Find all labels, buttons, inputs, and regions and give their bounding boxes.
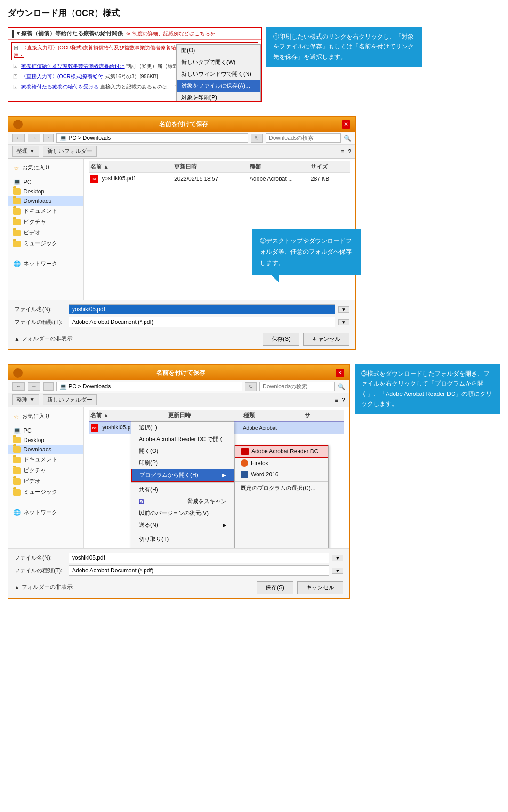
video-folder-icon-2: [13, 478, 21, 485]
dialog-close-btn-2[interactable]: ✕: [336, 369, 344, 377]
context-save-as[interactable]: 対象をファイルに保存(A)...: [177, 80, 260, 92]
link3[interactable]: 〈直接入力可〉(OCR様式)療養給付: [21, 73, 104, 79]
fcm-cut[interactable]: 切り取り(T): [131, 533, 234, 545]
context-print[interactable]: 対象を印刷(P): [177, 92, 260, 102]
search-icon-1: 🔍: [344, 135, 351, 142]
filetype-dropdown-2[interactable]: ▼: [332, 568, 343, 574]
filename-input-2[interactable]: [69, 553, 329, 563]
nav-refresh-btn-2[interactable]: ↻: [245, 382, 257, 391]
file-list-header-1: 名前 ▲ 更新日時 種類 サイズ: [89, 161, 350, 173]
submenu-word[interactable]: Word 2016: [235, 469, 328, 480]
sidebar-desktop[interactable]: Desktop: [8, 187, 83, 196]
sidebar-downloads[interactable]: Downloads: [8, 196, 83, 206]
filename-dropdown-2[interactable]: ▼: [332, 555, 343, 561]
pictures-folder-icon: [13, 219, 21, 225]
sidebar-network-2[interactable]: 🌐 ネットワーク: [8, 507, 83, 518]
spacer3: [8, 422, 83, 426]
sidebar-music[interactable]: ミュージック: [8, 238, 83, 249]
header-link[interactable]: ※ 制度の詳細、記載例などはこちらを: [126, 30, 215, 37]
save-btn-2[interactable]: 保存(S): [257, 581, 293, 594]
path-icon-pc: 💻: [60, 135, 67, 141]
submenu-acrobat[interactable]: Adobe Acrobat Reader DC: [235, 445, 328, 458]
new-folder-btn-2[interactable]: 新しいフォルダー: [43, 394, 97, 405]
fcm-scan[interactable]: ☑ 脅威をスキャン: [131, 496, 234, 507]
nav-up-btn[interactable]: ↑: [43, 134, 54, 142]
filetype-input-1[interactable]: [69, 317, 335, 327]
view-icon-1[interactable]: ≡: [341, 148, 344, 155]
dialog-footer-1: ファイル名(N): ▼ ファイルの種類(T): ▼ ▲ フォルダーの非表示 保存…: [8, 300, 355, 349]
cancel-btn-2[interactable]: キャンセル: [297, 581, 343, 594]
nav-forward-btn[interactable]: →: [28, 134, 40, 142]
save-btn-1[interactable]: 保存(S): [263, 333, 299, 346]
file-list-header-2: 名前 ▲ 更新日時 種類 サ: [89, 410, 344, 421]
submenu-default[interactable]: 既定のプログラムの選択(C)...: [235, 482, 328, 494]
fcm-share[interactable]: 共有(H): [131, 484, 234, 496]
dialog-title-1: 名前を付けて保存: [25, 120, 342, 129]
filetype-dropdown-1[interactable]: ▼: [338, 319, 349, 325]
fcm-restore[interactable]: 以前のバージョンの復元(V): [131, 507, 234, 519]
search-input-1[interactable]: [266, 133, 341, 143]
fcm-copy[interactable]: コピー(C): [131, 545, 234, 548]
sidebar-pictures-2[interactable]: ピクチャ: [8, 465, 83, 476]
sidebar-pictures[interactable]: ピクチャ: [8, 217, 83, 227]
context-new-tab[interactable]: 新しいタブで開く(W): [177, 56, 260, 68]
folder-hide-icon: ▲: [14, 336, 20, 342]
link4[interactable]: 療養給付たる療養の給付を受ける: [21, 84, 99, 89]
link2[interactable]: 療養補償給付及び複数事業労働者療養給付た: [21, 63, 125, 69]
folder-hide-2[interactable]: ▲ フォルダーの非表示: [14, 581, 73, 591]
sidebar-downloads-2[interactable]: Downloads: [8, 445, 83, 454]
submenu-firefox[interactable]: Firefox: [235, 458, 328, 469]
filename-input-1[interactable]: [69, 304, 335, 314]
pc-label-2: PC: [24, 427, 32, 434]
fcm-print[interactable]: 印刷(P): [131, 457, 234, 469]
fcm-select[interactable]: 選択(L): [131, 422, 234, 434]
send-arrow: ▶: [223, 523, 226, 528]
sidebar-video[interactable]: ビデオ: [8, 227, 83, 238]
view-icon-2[interactable]: ≡: [335, 397, 338, 403]
section3: 名前を付けて保存 ✕ ← → ↑ 💻 PC > Downloads ↻ 🔍 整理…: [8, 364, 500, 613]
folder-hide-1[interactable]: ▲ フォルダーの非表示: [14, 333, 73, 343]
filename-row-1: ファイル名(N): ▼: [14, 304, 349, 314]
filename-dropdown-1[interactable]: ▼: [338, 306, 349, 313]
filetype-input-2[interactable]: [69, 565, 329, 576]
cancel-btn-1[interactable]: キャンセル: [303, 333, 349, 346]
pictures-label: ピクチャ: [24, 218, 46, 226]
pictures-folder-icon-2: [13, 467, 21, 474]
sidebar-video-2[interactable]: ビデオ: [8, 476, 83, 487]
page-title: ダウンロード用（OCR）様式: [8, 8, 500, 19]
context-open[interactable]: 開(O): [177, 45, 260, 56]
help-icon-1[interactable]: ?: [348, 148, 351, 155]
nav-back-btn[interactable]: ←: [12, 134, 25, 142]
pc-icon: 💻: [13, 178, 21, 185]
nav-back-btn-2[interactable]: ←: [12, 382, 25, 391]
new-folder-btn-1[interactable]: 新しいフォルダー: [43, 146, 97, 157]
dialog-close-btn-1[interactable]: ✕: [342, 120, 350, 129]
fcm-open-acrobat[interactable]: Adobe Acrobat Reader DC で開く: [131, 434, 234, 445]
file-row-1[interactable]: yoshiki05.pdf 2022/02/15 18:57 Adobe Acr…: [89, 173, 350, 185]
sidebar-pc[interactable]: 💻 PC: [8, 177, 83, 187]
sidebar-documents-2[interactable]: ドキュメント: [8, 454, 83, 465]
spacer1: [8, 173, 83, 177]
filetype-label-1: ファイルの種類(T):: [14, 318, 66, 326]
nav-up-btn-2[interactable]: ↑: [43, 382, 54, 391]
context-menu-1: 開(O) 新しいタブで開く(W) 新しいウィンドウで開く(N) 対象をファイルに…: [176, 44, 261, 102]
nav-refresh-btn[interactable]: ↻: [251, 134, 263, 143]
sidebar-music-2[interactable]: ミュージック: [8, 487, 83, 498]
file-type-1: Adobe Acrobat ...: [250, 176, 311, 182]
manage-btn-2[interactable]: 整理 ▼: [12, 394, 39, 405]
manage-btn-1[interactable]: 整理 ▼: [12, 146, 39, 157]
sidebar-documents[interactable]: ドキュメント: [8, 206, 83, 217]
fcm-send[interactable]: 送る(N) ▶: [131, 519, 234, 531]
browser-content: 回 〈直接入力可〉(OCR様式)療養補償給付及び複数事業労働者療養給付たる療養の…: [8, 40, 261, 101]
fcm-open[interactable]: 開く(O): [131, 445, 234, 457]
sidebar-desktop-2[interactable]: Desktop: [8, 435, 83, 445]
search-input-2[interactable]: [259, 382, 335, 391]
help-icon-2[interactable]: ?: [342, 397, 345, 403]
folder-hide-label: フォルダーの非表示: [22, 335, 73, 343]
sidebar-pc-2[interactable]: 💻 PC: [8, 426, 83, 435]
fcm-open-with[interactable]: プログラムから開く(H) ▶: [131, 469, 234, 482]
folder-hide-icon-2: ▲: [14, 584, 20, 591]
nav-forward-btn-2[interactable]: →: [28, 382, 40, 391]
context-new-window[interactable]: 新しいウィンドウで開く(N): [177, 68, 260, 80]
sidebar-network[interactable]: 🌐 ネットワーク: [8, 258, 83, 269]
